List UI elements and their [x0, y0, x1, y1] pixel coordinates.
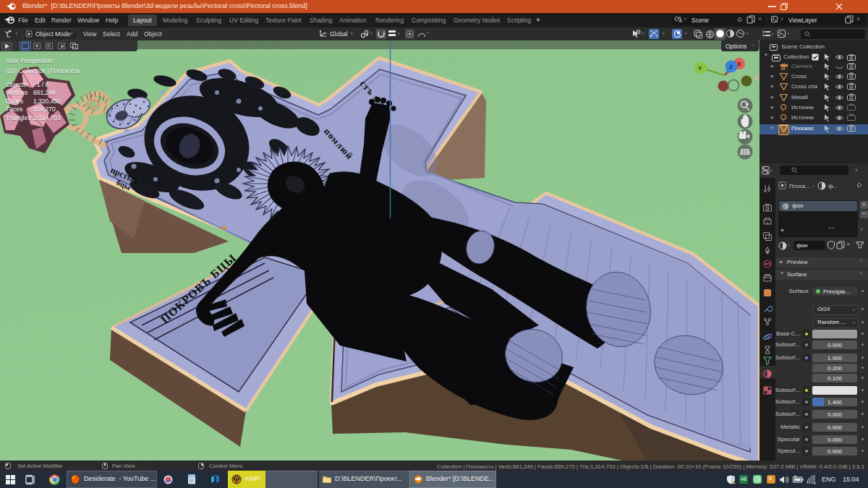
svg-text:Z: Z [729, 64, 733, 70]
svg-text:Y: Y [698, 65, 702, 72]
svg-text:X: X [737, 61, 741, 67]
